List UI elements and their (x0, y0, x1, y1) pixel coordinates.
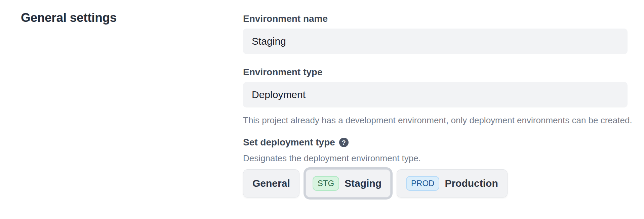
set-deployment-type-label: Set deployment type (243, 137, 335, 148)
environment-type-help-text: This project already has a development e… (243, 114, 640, 127)
deployment-type-description: Designates the deployment environment ty… (243, 152, 628, 164)
stg-badge: STG (313, 176, 339, 191)
environment-settings-form: Environment name Environment type This p… (243, 13, 628, 200)
production-button-label: Production (445, 178, 498, 189)
staging-button-label: Staging (345, 178, 381, 189)
deployment-type-options: General STG Staging PROD Production (243, 167, 628, 200)
general-button-label: General (252, 178, 290, 189)
deployment-type-general-button[interactable]: General (243, 169, 299, 198)
deployment-type-production-button[interactable]: PROD Production (397, 169, 508, 198)
page-title: General settings (21, 11, 117, 25)
question-mark-help-icon[interactable]: ? (339, 138, 349, 147)
environment-type-input[interactable] (243, 82, 628, 107)
environment-name-input[interactable] (243, 29, 628, 54)
environment-general-settings-page: General settings Environment name Enviro… (0, 0, 644, 219)
environment-type-label: Environment type (243, 67, 628, 78)
environment-name-label: Environment name (243, 13, 628, 24)
prod-badge: PROD (406, 176, 439, 191)
set-deployment-type-row: Set deployment type ? (243, 137, 628, 148)
deployment-type-staging-button[interactable]: STG Staging (306, 169, 391, 198)
